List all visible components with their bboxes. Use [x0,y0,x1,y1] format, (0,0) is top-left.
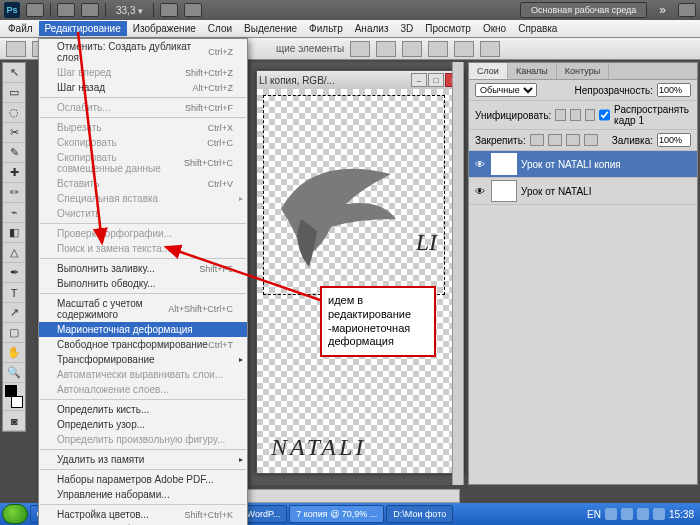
quickmask-icon[interactable]: ◙ [3,411,25,431]
maximize-button[interactable]: □ [428,73,444,87]
panel-tab[interactable]: Слои [469,63,508,79]
start-button[interactable] [2,504,28,524]
unify-label: Унифицировать: [475,110,551,121]
doc-canvas[interactable]: LI NATALI [257,89,463,473]
layer-thumb[interactable] [491,180,517,202]
tool-icon[interactable]: ▢ [3,323,25,343]
tool-icon[interactable]: ▭ [3,83,25,103]
layer-row[interactable]: 👁Урок от NATALI [469,178,697,205]
menu-Изображение[interactable]: Изображение [127,21,202,36]
document-window[interactable]: LI копия, RGB/... – □ × LI NATALI [256,70,464,474]
menuitem: Проверка орфографии... [39,226,247,241]
menuitem[interactable]: Наборы параметров Adobe PDF... [39,472,247,487]
tool-icon[interactable]: T [3,283,25,303]
menuitem[interactable]: Определить узор... [39,417,247,432]
menuitem[interactable]: Отменить: Создать дубликат слояCtrl+Z [39,39,247,65]
menuitem[interactable]: Удалить из памяти [39,452,247,467]
menu-Просмотр[interactable]: Просмотр [419,21,477,36]
chevrons-icon[interactable]: » [653,3,672,17]
opt-icon[interactable] [480,41,500,57]
arrange-icon[interactable] [81,3,99,17]
layer-row[interactable]: 👁Урок от NATALI копия [469,151,697,178]
opt-icon[interactable] [376,41,396,57]
menuitem[interactable]: Управление наборами... [39,487,247,502]
tray-icon[interactable] [653,508,665,520]
menuitem[interactable]: Свободное трансформированиеCtrl+T [39,337,247,352]
tool-icon[interactable]: ↗ [3,303,25,323]
unify-icon[interactable] [555,109,566,121]
hand-icon[interactable] [160,3,178,17]
tool-preset-icon[interactable] [6,41,26,57]
view-extras-icon[interactable] [57,3,75,17]
fill-input[interactable] [657,133,691,147]
tool-icon[interactable]: ✒ [3,263,25,283]
tool-icon[interactable]: ✂ [3,123,25,143]
layer-thumb[interactable] [491,153,517,175]
collapsed-panel-dock[interactable] [452,62,464,485]
lang-indicator[interactable]: EN [587,509,601,520]
lock-move-icon[interactable] [566,134,580,146]
menu-Файл[interactable]: Файл [2,21,39,36]
panel-tab[interactable]: Каналы [508,63,557,79]
lock-trans-icon[interactable] [530,134,544,146]
doc-titlebar[interactable]: LI копия, RGB/... – □ × [257,71,463,89]
tray-icon[interactable] [605,508,617,520]
ps-logo: Ps [4,2,20,18]
opt-icon[interactable] [454,41,474,57]
blend-mode-select[interactable]: Обычные [475,83,537,97]
minimize-button[interactable]: – [411,73,427,87]
color-swatches[interactable] [3,383,25,411]
zoom-level[interactable]: 33,3 ▾ [112,5,147,16]
tool-icon[interactable]: ⌁ [3,203,25,223]
taskbar-task[interactable]: D:\Мои фото [386,505,453,523]
taskbar-task[interactable]: 7 копия @ 70,9% ... [289,505,384,523]
menuitem[interactable]: Выполнить заливку...Shift+F5 [39,261,247,276]
menu-Выделение[interactable]: Выделение [238,21,303,36]
menu-3D[interactable]: 3D [394,21,419,36]
zoom-icon[interactable] [184,3,202,17]
tray-icon[interactable] [621,508,633,520]
systray[interactable]: EN 15:38 [583,508,698,520]
tool-icon[interactable]: ✋ [3,343,25,363]
cs-live-icon[interactable] [678,3,696,17]
tool-icon[interactable]: △ [3,243,25,263]
tool-icon[interactable]: ✚ [3,163,25,183]
tool-icon[interactable]: ↖ [3,63,25,83]
opt-icon[interactable] [402,41,422,57]
menuitem[interactable]: Выполнить обводку... [39,276,247,291]
lock-paint-icon[interactable] [548,134,562,146]
menu-Окно[interactable]: Окно [477,21,512,36]
bridge-icon[interactable] [26,3,44,17]
workspace-switcher[interactable]: Основная рабочая среда [520,2,647,18]
visibility-icon[interactable]: 👁 [473,159,487,170]
menu-Анализ[interactable]: Анализ [349,21,395,36]
tool-icon[interactable]: ◌ [3,103,25,123]
tool-icon[interactable]: ✎ [3,143,25,163]
menuitem[interactable]: Марионеточная деформация [39,322,247,337]
annotation-callout: идем в редактирование -марионеточная деф… [320,286,436,357]
menuitem[interactable]: Настройка цветов...Shift+Ctrl+K [39,507,247,522]
tool-icon[interactable]: ✏ [3,183,25,203]
opt-icon[interactable] [428,41,448,57]
unify-icon[interactable] [570,109,581,121]
menuitem[interactable]: Определить кисть... [39,402,247,417]
menu-Справка[interactable]: Справка [512,21,563,36]
menu-Слои[interactable]: Слои [202,21,238,36]
menuitem[interactable]: Масштаб с учетом содержимогоAlt+Shift+Ct… [39,296,247,322]
menuitem[interactable]: Шаг назадAlt+Ctrl+Z [39,80,247,95]
opacity-input[interactable] [657,83,691,97]
tool-icon[interactable]: ◧ [3,223,25,243]
lock-all-icon[interactable] [584,134,598,146]
panel-tabs: СлоиКаналыКонтуры [469,63,697,80]
propagate-checkbox[interactable] [599,108,610,122]
tray-icon[interactable] [637,508,649,520]
doc-title-text: LI копия, RGB/... [259,75,410,86]
opt-icon[interactable] [350,41,370,57]
menu-Редактирование[interactable]: Редактирование [39,21,127,36]
menu-Фильтр[interactable]: Фильтр [303,21,349,36]
visibility-icon[interactable]: 👁 [473,186,487,197]
panel-tab[interactable]: Контуры [557,63,609,79]
unify-icon[interactable] [585,109,596,121]
tool-icon[interactable]: 🔍 [3,363,25,383]
menuitem[interactable]: Трансформирование [39,352,247,367]
